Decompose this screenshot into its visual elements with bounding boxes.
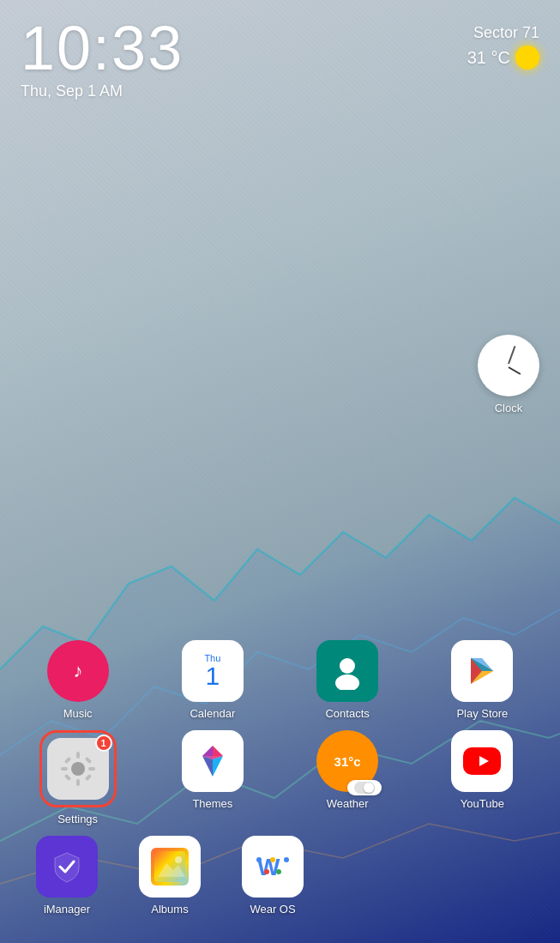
calendar-label: Calendar: [190, 707, 235, 720]
svg-point-33: [276, 869, 281, 874]
apps-section: ♪ Music Thu 1 Calendar Contac: [0, 640, 560, 926]
imanager-icon: [36, 836, 98, 898]
music-icon: ♪: [47, 640, 109, 702]
clock-label: Clock: [495, 402, 523, 414]
svg-rect-15: [63, 757, 70, 764]
svg-marker-22: [202, 756, 213, 777]
app-playstore[interactable]: Play Store: [431, 640, 533, 720]
themes-label: Themes: [192, 797, 232, 810]
svg-point-30: [256, 857, 262, 862]
settings-icon: 1: [47, 738, 109, 800]
wearos-label: Wear OS: [250, 903, 295, 916]
playstore-label: Play Store: [456, 707, 508, 720]
settings-highlight: 1: [39, 730, 117, 807]
app-wearos[interactable]: W Wear OS: [221, 836, 324, 916]
app-contacts[interactable]: Contacts: [296, 640, 399, 720]
svg-text:W: W: [257, 854, 280, 880]
youtube-icon: [451, 730, 513, 792]
settings-badge: 1: [95, 734, 112, 752]
app-row-3: iManager: [10, 836, 550, 916]
svg-marker-25: [479, 756, 489, 766]
themes-icon: [182, 730, 244, 792]
app-imanager[interactable]: iManager: [15, 836, 118, 916]
svg-rect-18: [84, 774, 91, 781]
svg-rect-17: [63, 774, 70, 781]
svg-point-4: [335, 674, 359, 690]
youtube-label: YouTube: [461, 797, 504, 810]
svg-point-31: [264, 869, 269, 874]
albums-gradient-icon: [151, 848, 189, 886]
app-themes[interactable]: Themes: [161, 730, 264, 810]
svg-rect-11: [76, 752, 80, 759]
calendar-num: 1: [206, 663, 220, 689]
playstore-icon: [451, 640, 513, 702]
weather-temp-display: 31°c: [334, 754, 361, 769]
svg-rect-12: [76, 779, 80, 786]
calendar-icon: Thu 1: [182, 640, 244, 702]
contacts-label: Contacts: [325, 707, 369, 720]
clock-date: Thu, Sep 1 AM: [21, 82, 539, 100]
app-row-2: 1 Settings Themes: [10, 730, 550, 825]
app-row-1: ♪ Music Thu 1 Calendar Contac: [10, 640, 550, 720]
weather-block: Sector 71 31 °C: [467, 24, 539, 70]
app-albums[interactable]: Albums: [118, 836, 221, 916]
settings-label: Settings: [57, 813, 98, 825]
app-settings[interactable]: 1 Settings: [27, 730, 129, 825]
svg-point-3: [340, 658, 355, 674]
svg-rect-13: [61, 767, 68, 771]
youtube-play-icon: [463, 747, 501, 775]
svg-rect-14: [88, 767, 95, 771]
app-calendar[interactable]: Thu 1 Calendar: [161, 640, 264, 720]
music-label: Music: [63, 707, 93, 720]
albums-label: Albums: [151, 903, 188, 916]
sun-icon: [515, 45, 539, 70]
clock-widget-icon: [478, 335, 539, 396]
svg-point-10: [71, 762, 85, 776]
albums-icon: [139, 836, 201, 898]
contacts-icon: [316, 640, 378, 702]
weather-icon: 31°c: [316, 730, 378, 792]
clock-time: 10:33: [21, 17, 539, 79]
app-youtube[interactable]: YouTube: [431, 730, 533, 810]
app-music[interactable]: ♪ Music: [27, 640, 129, 720]
svg-point-34: [284, 857, 289, 862]
svg-rect-16: [84, 757, 91, 764]
temperature-label: 31 °C: [467, 48, 510, 68]
svg-point-28: [175, 856, 182, 863]
weather-label: Weather: [327, 797, 369, 810]
svg-text:♪: ♪: [73, 660, 82, 681]
svg-marker-23: [213, 756, 223, 777]
svg-point-32: [270, 857, 275, 862]
app-weather[interactable]: 31°c Weather: [296, 730, 399, 810]
location-label: Sector 71: [467, 24, 539, 42]
wearos-icon: W: [242, 836, 304, 898]
app-clock[interactable]: Clock: [474, 335, 543, 414]
imanager-label: iManager: [44, 903, 90, 916]
